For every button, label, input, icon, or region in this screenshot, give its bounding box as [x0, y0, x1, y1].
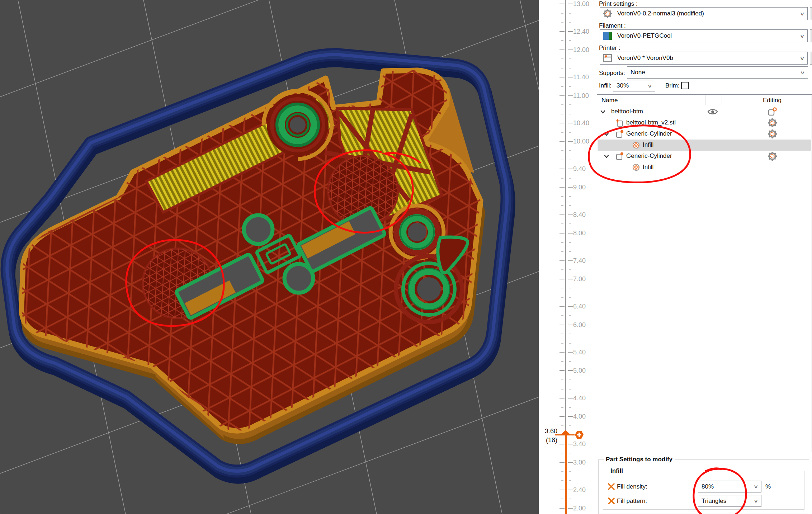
gear-icon[interactable] [768, 151, 777, 161]
major-tick [560, 444, 565, 444]
major-tick [560, 169, 565, 169]
printer-edit-button[interactable] [810, 52, 812, 65]
infill-icon [632, 141, 640, 149]
minor-tick [569, 114, 571, 114]
filament-edit-button[interactable] [810, 29, 812, 42]
tree-row-generic-cylinder[interactable]: Generic-Cylinder [598, 128, 811, 140]
layer-slider-track-below-marker[interactable] [565, 435, 567, 514]
eye-icon[interactable] [707, 108, 718, 115]
layer-marker-value: 3.60 [542, 428, 557, 435]
layer-tick-label: 5.00 [573, 367, 596, 374]
minor-tick [561, 288, 563, 288]
major-tick [560, 233, 565, 234]
part-dot-icon [615, 130, 624, 138]
minor-tick [561, 453, 563, 453]
major-tick [560, 95, 565, 96]
chevron-down-icon: ∨ [754, 484, 759, 489]
major-tick [560, 31, 565, 32]
remove-setting-x-icon[interactable] [608, 483, 615, 490]
print-settings-combo[interactable]: VoronV0-0.2-normal3 (modified) ∨ [600, 7, 808, 20]
minor-tick [561, 40, 563, 41]
layer-tick-label: 2.00 [573, 505, 596, 512]
fill-density-value: 80% [698, 483, 754, 490]
column-header-name[interactable]: Name [601, 97, 618, 104]
filament-combo[interactable]: VoronV0-PETGCool ∨ [600, 29, 808, 42]
chevron-down-icon: ∨ [800, 33, 805, 39]
minor-tick [569, 251, 571, 252]
major-tick [568, 260, 573, 261]
fill-pattern-combo[interactable]: Triangles ∨ [698, 495, 761, 507]
printer-combo[interactable]: VoronV0 * VoronV0b ∨ [600, 52, 808, 65]
fill-pattern-value: Triangles [698, 498, 754, 505]
minor-tick [561, 242, 563, 243]
chevron-down-icon[interactable] [604, 154, 609, 159]
layer-slider-track[interactable] [565, 0, 566, 435]
major-tick [560, 279, 565, 279]
tree-row-label: Generic-Cylinder [626, 152, 672, 160]
gear-icon[interactable] [768, 129, 777, 139]
object-list-header: Name Editing [597, 95, 812, 106]
major-tick [560, 4, 565, 4]
minor-tick [569, 315, 571, 316]
tree-row-infill[interactable]: Infill [598, 140, 811, 151]
layer-marker-handle[interactable] [560, 430, 571, 435]
3d-viewport[interactable] [0, 0, 539, 514]
remove-setting-x-icon[interactable] [608, 498, 615, 504]
chevron-down-icon[interactable] [604, 132, 609, 137]
minor-tick [569, 407, 571, 408]
gear-icon[interactable] [768, 118, 777, 128]
brim-checkbox[interactable] [681, 82, 689, 89]
slicer-window: 13.0012.4012.0011.4011.0010.4010.009.409… [0, 0, 812, 514]
minor-tick [561, 334, 563, 334]
print-settings-edit-button[interactable] [810, 7, 812, 20]
fill-density-unit: % [765, 483, 771, 490]
minor-tick [569, 334, 571, 334]
minor-tick [561, 361, 563, 362]
fill-density-combo[interactable]: 80% ∨ [698, 481, 761, 492]
tree-row-belttool-btm-v2-stl[interactable]: belttool-btm_v2.stl [598, 117, 811, 128]
layer-tick-label: 9.40 [573, 165, 596, 173]
tree-row-label: belttool-btm_v2.stl [626, 119, 676, 126]
layer-slider[interactable]: 13.0012.4012.0011.4011.0010.4010.009.409… [539, 0, 597, 514]
minor-tick [569, 499, 571, 499]
tree-row-generic-cylinder[interactable]: Generic-Cylinder [598, 151, 811, 162]
tree-row-label: Generic-Cylinder [626, 130, 672, 137]
major-tick [560, 123, 565, 123]
add-layer-marker-icon[interactable] [575, 430, 584, 439]
chevron-down-icon: ∨ [647, 83, 652, 89]
major-tick [560, 416, 565, 417]
minor-tick [569, 453, 571, 453]
major-tick [568, 95, 573, 96]
minor-tick [561, 58, 563, 59]
tree-row-belttool-btm[interactable]: belttool-btm [598, 106, 811, 117]
tree-row-label: Infill [643, 141, 653, 148]
printer-value: VoronV0 * VoronV0b [617, 55, 801, 62]
major-tick [568, 370, 573, 371]
layer-tick-label: 6.40 [573, 303, 596, 310]
print-settings-value: VoronV0-0.2-normal3 (modified) [617, 10, 801, 17]
tree-row-infill[interactable]: Infill [598, 162, 811, 173]
layer-tick-label: 4.40 [573, 395, 596, 402]
infill-value: 30% [613, 82, 648, 89]
minor-tick [561, 150, 563, 151]
minor-tick [561, 86, 563, 87]
object-settings-icon[interactable] [768, 107, 777, 117]
layer-tick-label: 11.40 [573, 74, 596, 81]
supports-combo[interactable]: None ∨ [627, 66, 808, 79]
minor-tick [561, 425, 563, 426]
chevron-down-icon[interactable] [600, 109, 605, 114]
major-tick [568, 214, 573, 215]
fill-density-label: Fill density: [617, 483, 647, 490]
chevron-down-icon: ∨ [800, 56, 805, 61]
layer-tick-label: 12.00 [573, 46, 596, 54]
major-tick [560, 508, 565, 509]
major-tick [568, 123, 573, 123]
column-header-editing[interactable]: Editing [751, 97, 794, 104]
layer-tick-label: 13.00 [573, 0, 596, 8]
infill-combo[interactable]: 30% ∨ [613, 80, 655, 91]
minor-tick [569, 150, 571, 151]
gear-icon [603, 9, 612, 18]
major-tick [568, 233, 573, 234]
minor-tick [561, 223, 563, 224]
layer-tick-label: 10.00 [573, 138, 596, 145]
